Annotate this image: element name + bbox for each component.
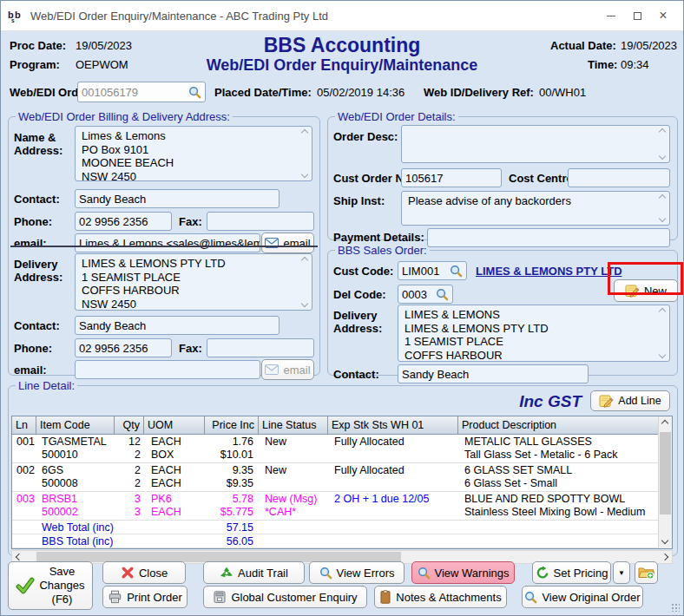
cell-qty: 122 bbox=[115, 436, 144, 461]
cell-price: 1.76$10.01 bbox=[205, 436, 259, 461]
column-header[interactable]: Item Code bbox=[36, 416, 115, 434]
scroll-arrows[interactable] bbox=[300, 130, 309, 177]
billing-contact-input[interactable]: Sandy Beach bbox=[75, 189, 280, 208]
recycle-icon bbox=[220, 566, 233, 580]
archive-box-icon bbox=[213, 590, 227, 604]
view-errors-button[interactable]: View Errors bbox=[309, 561, 404, 584]
cust-code-label: Cust Code: bbox=[333, 265, 393, 278]
close-button[interactable]: Close bbox=[102, 561, 186, 584]
vertical-scrollbar-thumb[interactable] bbox=[660, 432, 671, 514]
delivery-fax-label: Fax: bbox=[179, 342, 202, 355]
delivery-contact-label: Contact: bbox=[14, 319, 60, 332]
column-header[interactable]: Line Status bbox=[259, 416, 328, 434]
billing-fax-input[interactable] bbox=[207, 212, 314, 231]
total-row: Web Total (ex)51.95 bbox=[12, 548, 658, 549]
folder-add-button[interactable] bbox=[635, 561, 658, 584]
app-window: bsb Web/EDI Order Enquiry/Maintenance - … bbox=[0, 0, 684, 616]
delivery-fax-input[interactable] bbox=[207, 338, 314, 357]
close-window-button[interactable]: × bbox=[650, 5, 676, 26]
delivery-email-input[interactable] bbox=[75, 360, 260, 379]
set-pricing-dropdown-button[interactable]: ▼ bbox=[613, 561, 630, 584]
cell-qty: 22 bbox=[115, 464, 144, 489]
cost-centre-input[interactable] bbox=[568, 168, 670, 187]
audit-trail-button[interactable]: Audit Trail bbox=[203, 561, 305, 584]
print-order-button[interactable]: Print Order bbox=[102, 586, 187, 608]
cust-code-input[interactable]: LIM001 bbox=[398, 261, 467, 280]
line-item-row[interactable]: 0026GS50000822EACHEACH9.35$9.35NewFully … bbox=[12, 463, 658, 492]
line-detail-legend: Line Detail: bbox=[16, 379, 77, 392]
cell-description: METALIC TALL GLASSESTall Glass Set - Met… bbox=[458, 436, 658, 461]
column-header[interactable]: UOM bbox=[144, 416, 205, 434]
save-changes-button[interactable]: Save Changes (F6) bbox=[8, 561, 93, 610]
cell-item_code: 6GS500008 bbox=[36, 464, 115, 489]
cell-status: New bbox=[259, 436, 328, 461]
del-code-input[interactable]: 0003 bbox=[398, 285, 453, 304]
section-divider bbox=[10, 246, 318, 247]
column-header[interactable]: Exp Stk Sts WH 01 bbox=[328, 416, 458, 434]
order-search-icon[interactable] bbox=[188, 86, 201, 99]
notes-attachments-button[interactable]: Notes & Attachments bbox=[374, 586, 507, 608]
scroll-arrows[interactable] bbox=[658, 129, 667, 159]
column-header[interactable]: Price Inc bbox=[205, 416, 259, 434]
billing-phone-input[interactable]: 02 9956 2356 bbox=[75, 212, 172, 231]
cell-uom: PK6EACH bbox=[144, 493, 205, 518]
cell-uom: EACHEACH bbox=[144, 464, 205, 489]
bbs-delivery-address-textarea[interactable]: LIMES & LEMONS LIMES & LEMONS PTY LTD 1 … bbox=[398, 305, 670, 362]
cell-ln: 001 bbox=[12, 436, 36, 461]
column-header[interactable]: Ln bbox=[12, 416, 36, 434]
add-line-button[interactable]: Add Line bbox=[590, 390, 670, 411]
column-header[interactable]: Qty bbox=[115, 416, 144, 434]
name-address-label: Name & Address: bbox=[14, 131, 62, 157]
folder-plus-icon bbox=[638, 566, 654, 580]
billing-email-input[interactable]: Limes & Lemons <sales@limes&lem bbox=[75, 233, 260, 252]
order-desc-textarea[interactable] bbox=[401, 125, 670, 163]
delivery-address-textarea[interactable]: LIMES & LEMONS PTY LTD 1 SEAMIST PLACE C… bbox=[75, 253, 312, 311]
view-warnings-button[interactable]: View Warnings bbox=[411, 561, 515, 584]
billing-phone-label: Phone: bbox=[14, 215, 52, 228]
cell-item_code: BRSB1500002 bbox=[36, 493, 115, 518]
cust-order-no-input[interactable]: 105617 bbox=[401, 168, 502, 187]
cust-code-search-icon[interactable] bbox=[450, 265, 463, 278]
column-header[interactable]: Product Description bbox=[458, 416, 658, 434]
delivery-email-button[interactable]: email bbox=[261, 359, 314, 380]
line-item-row[interactable]: 001TGASMETAL500010122EACHBOX1.76$10.01Ne… bbox=[12, 435, 658, 463]
title-bar: bsb Web/EDI Order Enquiry/Maintenance - … bbox=[1, 1, 683, 31]
time-value: 09:34 bbox=[621, 58, 649, 71]
scroll-arrows[interactable] bbox=[300, 258, 309, 306]
billing-email-button[interactable]: email bbox=[261, 233, 314, 253]
cell-uom: EACHBOX bbox=[144, 436, 205, 461]
customer-link[interactable]: LIMES & LEMONS PTY LTD bbox=[476, 265, 622, 278]
web-edi-order-input[interactable]: 001056179 bbox=[77, 82, 206, 102]
order-desc-label: Order Desc: bbox=[333, 130, 398, 143]
table-header-row: LnItem CodeQtyUOMPrice IncLine StatusExp… bbox=[12, 416, 658, 435]
window-title: Web/EDI Order Enquiry/Maintenance - ABC … bbox=[30, 10, 598, 23]
name-address-textarea[interactable]: Limes & Lemons PO Box 9101 MOONEE BEACH … bbox=[75, 126, 312, 181]
set-pricing-button[interactable]: Set Pricing bbox=[532, 561, 611, 584]
line-items-table[interactable]: LnItem CodeQtyUOMPrice IncLine StatusExp… bbox=[11, 416, 673, 549]
minimize-button[interactable] bbox=[598, 5, 624, 26]
resize-grip[interactable] bbox=[671, 603, 680, 612]
cell-status: New bbox=[259, 464, 328, 489]
add-line-icon bbox=[599, 394, 614, 408]
billing-fax-label: Fax: bbox=[179, 215, 202, 228]
global-customer-enquiry-button[interactable]: Global Customer Enquiry bbox=[203, 586, 367, 608]
webid-value: 00/WH01 bbox=[539, 86, 586, 99]
bbs-delivery-address-label: Delivery Address: bbox=[333, 309, 382, 335]
vertical-scrollbar[interactable] bbox=[658, 416, 672, 548]
view-original-order-button[interactable]: View Original Order bbox=[522, 586, 643, 608]
maximize-button[interactable] bbox=[624, 5, 650, 26]
cell-qty: 33 bbox=[115, 493, 144, 518]
order-details-group: Web/EDI Order Details: Order Desc: Cust … bbox=[327, 110, 678, 240]
del-code-search-icon[interactable] bbox=[436, 288, 449, 301]
cell-exp_stk: Fully Allocated bbox=[328, 464, 458, 489]
delivery-contact-input[interactable]: Sandy Beach bbox=[75, 316, 280, 335]
scroll-arrows[interactable] bbox=[658, 195, 667, 221]
view-original-search-icon bbox=[524, 591, 537, 604]
delivery-phone-input[interactable]: 02 9956 2356 bbox=[75, 338, 172, 357]
scroll-arrows[interactable] bbox=[658, 309, 667, 357]
printer-icon bbox=[108, 590, 122, 604]
ship-inst-textarea[interactable]: Please advise of any backorders bbox=[401, 191, 670, 226]
line-item-row[interactable]: 003BRSB150000233PK6EACH5.78$5.775New (Ms… bbox=[12, 492, 658, 521]
ship-inst-label: Ship Inst: bbox=[333, 194, 385, 207]
cell-item_code: TGASMETAL500010 bbox=[36, 436, 115, 461]
